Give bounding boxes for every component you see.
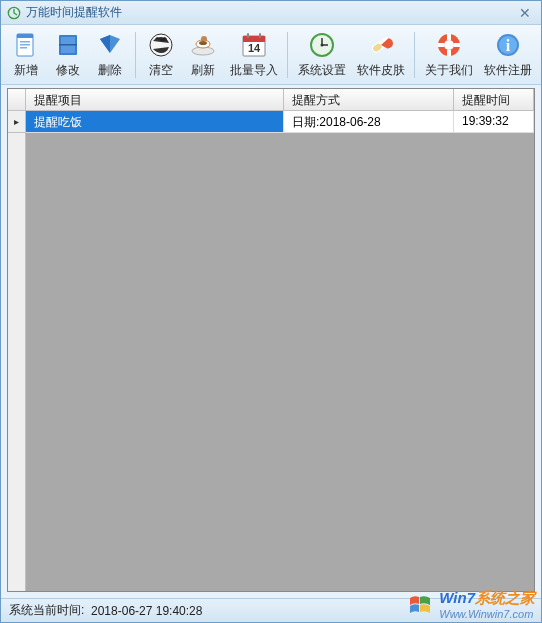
clear-icon [146,30,176,60]
edit-button[interactable]: 修改 [47,25,89,84]
new-button[interactable]: 新增 [5,25,47,84]
row-indicator[interactable]: ▸ [8,111,25,133]
lifebuoy-icon [434,30,464,60]
toolbar: 新增 修改 删除 清空 刷新 [1,25,541,85]
svg-rect-2 [17,34,33,38]
new-icon [11,30,41,60]
svg-rect-30 [454,43,460,47]
title-bar: 万能时间提醒软件 ✕ [1,1,541,25]
delete-label: 删除 [98,62,122,79]
row-header-column: ▸ [8,89,26,591]
svg-rect-8 [59,44,77,46]
watermark: Win7系统之家 Www.Winwin7.com [407,589,535,620]
column-header-time[interactable]: 提醒时间 [454,89,534,111]
watermark-url: Www.Winwin7.com [439,608,535,620]
about-button[interactable]: 关于我们 [419,25,478,84]
svg-rect-27 [447,34,451,40]
column-header-project[interactable]: 提醒项目 [26,89,284,111]
table-row[interactable]: 提醒吃饭 日期:2018-06-28 19:39:32 [26,111,534,133]
app-icon [7,6,21,20]
clear-button[interactable]: 清空 [140,25,182,84]
svg-rect-28 [447,50,451,56]
svg-rect-5 [20,47,27,49]
edit-icon [53,30,83,60]
svg-rect-4 [20,44,30,46]
grid-main: 提醒项目 提醒方式 提醒时间 提醒吃饭 日期:2018-06-28 19:39:… [26,89,534,591]
svg-text:i: i [505,37,510,54]
svg-rect-29 [438,43,444,47]
delete-button[interactable]: 删除 [89,25,131,84]
status-label: 系统当前时间: [9,602,84,619]
clock-icon [307,30,337,60]
register-label: 软件注册 [484,62,532,79]
clear-label: 清空 [149,62,173,79]
edit-label: 修改 [56,62,80,79]
settings-label: 系统设置 [298,62,346,79]
new-label: 新增 [14,62,38,79]
batchimport-button[interactable]: 14 批量导入 [224,25,283,84]
svg-rect-3 [20,41,30,43]
pill-icon [366,30,396,60]
watermark-text: Win7系统之家 Www.Winwin7.com [439,589,535,620]
delete-icon [95,30,125,60]
grid-header: 提醒项目 提醒方式 提醒时间 [26,89,534,111]
refresh-icon [188,30,218,60]
svg-point-13 [199,41,207,45]
refresh-label: 刷新 [191,62,215,79]
svg-point-26 [444,40,454,50]
row-header-corner [8,89,25,111]
svg-text:14: 14 [248,42,261,54]
window-title: 万能时间提醒软件 [26,4,515,21]
toolbar-separator [414,32,415,78]
cell-time[interactable]: 19:39:32 [454,111,534,133]
calendar-icon: 14 [239,30,269,60]
info-icon: i [493,30,523,60]
svg-rect-16 [247,33,249,38]
skin-button[interactable]: 软件皮肤 [351,25,410,84]
status-time: 2018-06-27 19:40:28 [91,604,202,618]
content-area: ▸ 提醒项目 提醒方式 提醒时间 提醒吃饭 日期:2018-06-28 19:3… [1,85,541,598]
settings-button[interactable]: 系统设置 [292,25,351,84]
toolbar-separator [135,32,136,78]
svg-rect-17 [259,33,261,38]
about-label: 关于我们 [425,62,473,79]
toolbar-separator [287,32,288,78]
refresh-button[interactable]: 刷新 [182,25,224,84]
grid-body: 提醒吃饭 日期:2018-06-28 19:39:32 [26,111,534,591]
cell-project[interactable]: 提醒吃饭 [26,111,284,133]
close-icon[interactable]: ✕ [515,5,535,21]
batchimport-label: 批量导入 [230,62,278,79]
data-grid[interactable]: ▸ 提醒项目 提醒方式 提醒时间 提醒吃饭 日期:2018-06-28 19:3… [7,88,535,592]
cell-method[interactable]: 日期:2018-06-28 [284,111,454,133]
skin-label: 软件皮肤 [357,62,405,79]
register-button[interactable]: i 软件注册 [478,25,537,84]
column-header-method[interactable]: 提醒方式 [284,89,454,111]
app-window: 万能时间提醒软件 ✕ 新增 修改 删除 清空 [0,0,542,623]
windows-logo-icon [407,592,435,618]
